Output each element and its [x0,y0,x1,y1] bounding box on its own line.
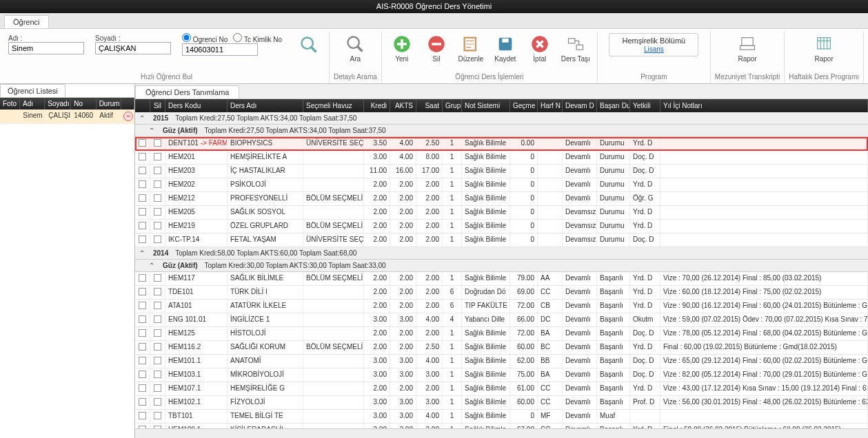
course-row[interactable]: HEM212PROFESYONELLİBÖLÜM SEÇMELİ2.002.00… [135,192,868,206]
svg-line-3 [358,47,363,52]
sem-guz-2014[interactable]: ⌃Güz (Aktif)Toplam Kredi:30,00 Toplam AK… [135,260,868,272]
ara-button[interactable]: Ara [334,33,377,64]
kaydet-button[interactable]: Kaydet [489,33,521,64]
row-checkbox[interactable] [139,208,146,216]
row-sil-checkbox[interactable] [154,236,161,243]
row-sil-checkbox[interactable] [154,153,161,160]
row-checkbox[interactable] [139,167,146,174]
svg-rect-8 [502,39,508,43]
rapor-mezuniyet-button[interactable]: Rapor [715,33,780,64]
svg-point-0 [301,37,312,48]
course-row[interactable]: HEM117SAĞLIK BİLİMLEBÖLÜM SEÇMELİ2.002.0… [135,272,868,286]
row-sil-checkbox[interactable] [154,384,161,392]
soyadi-label: Soyadı : [95,34,171,42]
horizontal-scrollbar[interactable] [135,428,868,438]
course-row[interactable]: DENT101 -> FARMAKOLOJİBIOPHYSICSÜNİVERSİ… [135,137,868,151]
group-search-foot: Hızlı Öğrenci Bul [8,72,325,81]
row-checkbox[interactable] [139,343,146,351]
row-sil-checkbox[interactable] [154,194,161,202]
course-row[interactable]: ENG 101.01İNGİLİZCE 13.003.004.004Yabanc… [135,313,868,327]
row-sil-checkbox[interactable] [154,343,161,351]
row-checkbox[interactable] [139,398,146,406]
student-row[interactable]: Sinem ÇALIŞI 14060 Aktif − [0,110,134,124]
row-sil-checkbox[interactable] [154,371,161,378]
course-row[interactable]: HEM101.1ANATOMİ3.003.004.001Sağlık Bilim… [135,355,868,368]
year-2014-group[interactable]: ⌃2014Toplam Kredi:58,00 Toplam AKTS:60,0… [135,247,868,260]
soyadi-input[interactable] [95,42,171,54]
course-row[interactable]: HEM107.1HEMŞİRELİĞE G2.002.002.001Sağlık… [135,382,868,396]
radio-ogrenci-no[interactable]: Ogrenci No [182,33,228,43]
radio-tc-no[interactable]: Tc Kimlik No [233,33,282,43]
row-checkbox[interactable] [139,329,146,337]
row-checkbox[interactable] [139,222,146,229]
row-sil-checkbox[interactable] [154,315,161,323]
row-checkbox[interactable] [139,288,146,295]
svg-rect-11 [576,45,583,50]
row-checkbox[interactable] [139,236,146,243]
course-row[interactable]: TBT101TEMEL BİLGİ TE3.003.004.001Sağlık … [135,410,868,424]
row-sil-checkbox[interactable] [154,167,161,174]
ders-tasi-button[interactable]: Ders Taşı [558,33,593,64]
left-pane: Öğrenci Listesi Foto Adı Soyadı No Durum… [0,84,135,438]
row-checkbox[interactable] [139,139,146,147]
tab-ders-tanimlama[interactable]: Öğrenci Ders Tanımlama [135,85,239,98]
row-sil-checkbox[interactable] [154,357,161,364]
tab-ogrenci-listesi[interactable]: Öğrenci Listesi [0,84,65,97]
row-sil-checkbox[interactable] [154,398,161,406]
course-row[interactable]: HEM203İÇ HASTALIKLAR11.0016.0017.001Sağl… [135,165,868,178]
course-row[interactable]: HEM116.2SAĞLIĞI KORUMBÖLÜM SEÇMELİ2.002.… [135,341,868,355]
course-row[interactable]: HEM103.1MİKROBİYOLOJİ3.003.003.001Sağlık… [135,368,868,382]
yeni-button[interactable]: Yeni [386,33,418,64]
course-row[interactable]: HEM108.1KİŞİLERARASI İL2.002.002.001Sağl… [135,424,868,428]
quick-search-button[interactable] [293,34,325,56]
row-checkbox[interactable] [139,274,146,282]
svg-line-1 [311,47,316,52]
row-sil-checkbox[interactable] [154,302,161,309]
row-sil-checkbox[interactable] [154,274,161,282]
window-title: AIS-R0008 Öğrenci Ders Yönetimi [0,0,868,13]
no-input[interactable] [182,43,258,56]
svg-point-2 [348,37,359,48]
ribbon-tab-ogrenci[interactable]: Öğrenci [4,15,49,28]
duzenle-button[interactable]: Düzenle [455,33,487,64]
course-row[interactable]: HEM102.1FİZYOLOJİ3.003.003.001Sağlık Bil… [135,396,868,410]
row-checkbox[interactable] [139,302,146,309]
svg-rect-13 [740,45,755,50]
course-row[interactable]: HEM205SAĞLIK SOSYOL2.002.002.001Sağlık B… [135,206,868,220]
row-sil-checkbox[interactable] [154,329,161,337]
row-checkbox[interactable] [139,412,146,419]
row-sil-checkbox[interactable] [154,208,161,216]
row-sil-checkbox[interactable] [154,139,161,147]
row-checkbox[interactable] [139,384,146,392]
course-row[interactable]: HEM125HİSTOLOJİ2.002.002.001Sağlık Bilim… [135,327,868,341]
row-checkbox[interactable] [139,371,146,378]
course-row[interactable]: IKC-TP.14FETAL YAŞAMÜNİVERSİTE SEÇ2.002.… [135,233,868,247]
program-selector[interactable]: Hemşirelik Bölümü Lisans [609,33,698,56]
row-checkbox[interactable] [139,153,146,160]
row-checkbox[interactable] [139,194,146,202]
course-row[interactable]: HEM219ÖZEL GRUPLARDBÖLÜM SEÇMELİ2.002.00… [135,220,868,233]
sem-guz-2015[interactable]: ⌃Güz (Aktif)Toplam Kredi:27,50 Toplam AK… [135,125,868,137]
row-sil-checkbox[interactable] [154,180,161,188]
course-row[interactable]: HEM202PSİKOLOJİ2.002.002.001Sağlık Bilim… [135,178,868,192]
ribbon: Öğrenci Adı : Soyadı : Ogrenci No Tc Kim… [0,13,868,84]
iptal-button[interactable]: İptal [524,33,556,64]
course-grid[interactable]: Sil Ders Kodu Ders Adı Seçmeli Havuz Kre… [135,99,868,428]
course-row[interactable]: HEM201HEMŞİRELİKTE A3.004.008.001Sağlık … [135,151,868,165]
program-link[interactable]: Lisans [644,45,664,53]
collapse-icon[interactable]: ⌃ [139,114,146,122]
sil-button[interactable]: Sil [421,33,452,64]
row-sil-checkbox[interactable] [154,288,161,295]
year-2015-group[interactable]: ⌃2015Toplam Kredi:27,50 Toplam AKTS:34,0… [135,112,868,125]
row-sil-checkbox[interactable] [154,412,161,419]
course-row[interactable]: ATA101ATATÜRK İLKELE2.002.002.006TIP FAK… [135,300,868,313]
row-checkbox[interactable] [139,180,146,188]
rapor-haftalik-button[interactable]: Rapor [789,33,859,64]
course-row[interactable]: TDE101TÜRK DİLİ I2.002.002.006Doğrudan D… [135,286,868,300]
remove-student-icon[interactable]: − [123,112,133,121]
adi-label: Adı : [8,34,84,42]
row-checkbox[interactable] [139,315,146,323]
row-sil-checkbox[interactable] [154,222,161,229]
row-checkbox[interactable] [139,357,146,364]
adi-input[interactable] [8,42,84,54]
